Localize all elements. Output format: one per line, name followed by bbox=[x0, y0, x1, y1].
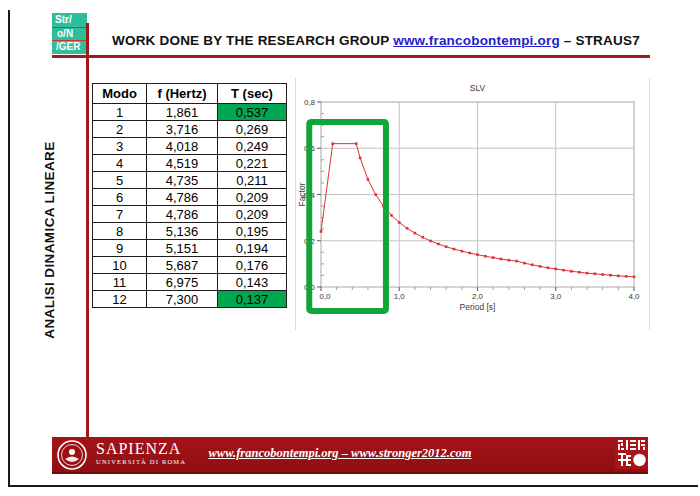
table-cell: 12 bbox=[93, 291, 147, 308]
table-cell: 4,735 bbox=[147, 172, 218, 189]
data-point-marker bbox=[515, 260, 518, 263]
data-point-marker bbox=[398, 221, 401, 224]
data-point-marker bbox=[359, 157, 362, 160]
slide-border-left bbox=[8, 10, 10, 487]
data-point-marker bbox=[461, 250, 464, 253]
table-cell: 0,209 bbox=[218, 206, 287, 223]
data-point-marker bbox=[508, 259, 511, 262]
table-row: 44,5190,221 bbox=[93, 155, 287, 172]
table-cell: 2 bbox=[93, 121, 147, 138]
data-point-marker bbox=[355, 142, 358, 145]
stronger-logo: Str/ o/N /GER bbox=[52, 13, 87, 54]
data-point-marker bbox=[445, 245, 448, 248]
data-point-marker bbox=[453, 248, 456, 251]
data-point-marker bbox=[390, 214, 393, 217]
x-tick-label: 4,0 bbox=[628, 292, 640, 301]
table-cell: 0,211 bbox=[218, 172, 287, 189]
table-row: 127,3000,137 bbox=[93, 291, 287, 308]
data-point-marker bbox=[617, 275, 620, 278]
data-point-marker bbox=[601, 273, 604, 276]
slide-border-bottom bbox=[8, 485, 698, 487]
col-header-period: T (sec) bbox=[218, 84, 287, 104]
header-title: WORK DONE BY THE RESEARCH GROUP www.fran… bbox=[112, 33, 672, 48]
table-row: 23,7160,269 bbox=[93, 121, 287, 138]
data-point-marker bbox=[594, 273, 597, 276]
data-point-marker bbox=[500, 258, 503, 261]
data-point-marker bbox=[437, 243, 440, 246]
x-axis-label: Period [s] bbox=[460, 302, 496, 312]
table-cell: 0,194 bbox=[218, 240, 287, 257]
data-point-marker bbox=[476, 253, 479, 256]
data-point-marker bbox=[609, 274, 612, 277]
table-row: 64,7860,209 bbox=[93, 189, 287, 206]
header-link[interactable]: www.francobontempi.org bbox=[393, 33, 560, 48]
modes-table-wrap: Modo f (Hertz) T (sec) 11,8610,53723,716… bbox=[92, 83, 287, 308]
data-point-marker bbox=[414, 232, 417, 235]
header-title-prefix: WORK DONE BY THE RESEARCH GROUP bbox=[112, 33, 393, 48]
data-point-marker bbox=[531, 264, 534, 267]
table-cell: 0,137 bbox=[218, 291, 287, 308]
data-point-marker bbox=[331, 142, 334, 145]
table-cell: 4,786 bbox=[147, 189, 218, 206]
table-cell: 10 bbox=[93, 257, 147, 274]
table-cell: 5,136 bbox=[147, 223, 218, 240]
table-cell: 0,176 bbox=[218, 257, 287, 274]
table-cell: 0,537 bbox=[218, 104, 287, 121]
table-row: 11,8610,537 bbox=[93, 104, 287, 121]
table-cell: 5,687 bbox=[147, 257, 218, 274]
x-tick-label: 1,0 bbox=[394, 292, 406, 301]
data-point-marker bbox=[468, 252, 471, 255]
sidebar-vertical-label: ANALISI DINAMICA LINEARE bbox=[42, 100, 62, 380]
modes-table-body: 11,8610,53723,7160,26934,0180,24944,5190… bbox=[93, 104, 287, 308]
data-point-marker bbox=[406, 227, 409, 230]
data-point-marker bbox=[484, 255, 487, 258]
header-title-suffix: – STRAUS7 bbox=[560, 33, 640, 48]
table-cell: 0,221 bbox=[218, 155, 287, 172]
stronger-logo-line3: /GER bbox=[52, 41, 87, 54]
table-cell: 7 bbox=[93, 206, 147, 223]
table-row: 34,0180,249 bbox=[93, 138, 287, 155]
x-tick-label: 3,0 bbox=[550, 292, 562, 301]
table-row: 74,7860,209 bbox=[93, 206, 287, 223]
table-cell: 11 bbox=[93, 274, 147, 291]
table-row: 105,6870,176 bbox=[93, 257, 287, 274]
sapienza-subtitle: UNIVERSITÀ DI ROMA bbox=[96, 459, 186, 466]
header-rule bbox=[52, 55, 650, 58]
table-cell: 5 bbox=[93, 172, 147, 189]
left-vertical-rule bbox=[86, 23, 89, 437]
table-cell: 5,151 bbox=[147, 240, 218, 257]
table-cell: 6,975 bbox=[147, 274, 218, 291]
table-cell: 4 bbox=[93, 155, 147, 172]
chart-panel: 0,01,02,03,04,00,00,20,40,60,8SLVPeriod … bbox=[295, 78, 650, 330]
data-point-marker bbox=[562, 269, 565, 272]
y-tick-label: 0,8 bbox=[304, 98, 316, 107]
table-cell: 0,143 bbox=[218, 274, 287, 291]
stronger-logo-line2: o/N bbox=[52, 28, 87, 42]
data-point-marker bbox=[554, 268, 557, 271]
data-point-marker bbox=[429, 240, 432, 243]
chart-title: SLV bbox=[470, 83, 486, 93]
sapienza-name: SAPIENZA bbox=[96, 441, 186, 457]
table-cell: 1,861 bbox=[147, 104, 218, 121]
footer-link[interactable]: www.francobontempi.org – www.stronger201… bbox=[200, 446, 480, 461]
data-point-marker bbox=[492, 256, 495, 259]
table-cell: 4,519 bbox=[147, 155, 218, 172]
data-point-marker bbox=[625, 275, 628, 278]
y-axis-label: Factor bbox=[297, 182, 307, 206]
col-header-modo: Modo bbox=[93, 84, 147, 104]
data-point-marker bbox=[578, 271, 581, 274]
data-point-marker bbox=[523, 262, 526, 265]
table-header-row: Modo f (Hertz) T (sec) bbox=[93, 84, 287, 104]
table-cell: 3,716 bbox=[147, 121, 218, 138]
modes-table: Modo f (Hertz) T (sec) 11,8610,53723,716… bbox=[92, 83, 287, 308]
data-point-marker bbox=[570, 270, 573, 273]
table-cell: 4,018 bbox=[147, 138, 218, 155]
table-cell: 0,269 bbox=[218, 121, 287, 138]
data-point-marker bbox=[547, 267, 550, 270]
x-tick-label: 2,0 bbox=[472, 292, 484, 301]
data-point-marker bbox=[367, 178, 370, 181]
table-cell: 7,300 bbox=[147, 291, 218, 308]
table-row: 95,1510,194 bbox=[93, 240, 287, 257]
spectrum-chart: 0,01,02,03,04,00,00,20,40,60,8SLVPeriod … bbox=[296, 78, 649, 330]
table-cell: 0,249 bbox=[218, 138, 287, 155]
